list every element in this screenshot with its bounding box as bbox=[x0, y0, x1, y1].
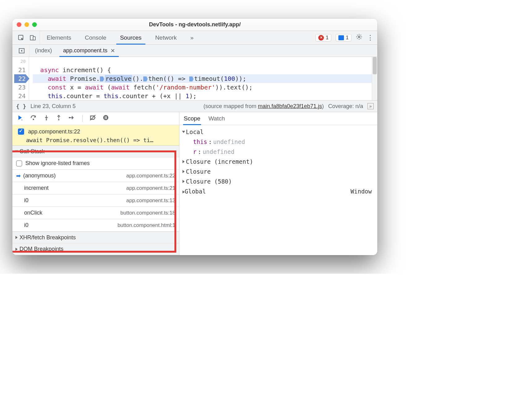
tab-scope[interactable]: Scope bbox=[184, 112, 200, 125]
error-count: 1 bbox=[326, 35, 328, 41]
checkbox-unchecked-icon[interactable] bbox=[16, 160, 22, 167]
pause-on-exceptions-button[interactable] bbox=[102, 114, 109, 123]
dom-breakpoints-header[interactable]: DOM Breakpoints bbox=[12, 243, 179, 255]
resume-button[interactable] bbox=[17, 114, 24, 123]
call-stack-frame[interactable]: ➡(anonymous)app.component.ts:22 bbox=[12, 170, 179, 182]
code-editor[interactable]: 20 21 22 23 24 async increment() { await… bbox=[12, 57, 377, 100]
svg-rect-11 bbox=[105, 116, 105, 119]
device-toolbar-icon[interactable] bbox=[28, 33, 37, 42]
scope-closure-increment[interactable]: Closure (increment) bbox=[182, 157, 373, 167]
source-map-info: (source mapped from main.fa8bfa0e23f1eb7… bbox=[204, 103, 324, 110]
tab-sources[interactable]: Sources bbox=[113, 31, 148, 44]
chevron-right-icon bbox=[15, 236, 18, 239]
chevron-down-icon bbox=[15, 150, 18, 153]
code-body: async increment() { await Promise.resolv… bbox=[29, 57, 377, 100]
call-stack-frame[interactable]: onClickbutton.component.ts:18 bbox=[12, 207, 179, 219]
close-window-button[interactable] bbox=[17, 22, 21, 27]
stack-frame-location: app.component.ts:21 bbox=[126, 185, 175, 191]
tab-elements[interactable]: Elements bbox=[40, 31, 78, 44]
traffic-lights bbox=[17, 22, 37, 27]
call-stack-header[interactable]: Call Stack bbox=[12, 146, 179, 157]
editor-scrollbar[interactable] bbox=[372, 57, 377, 100]
xhr-breakpoints-header[interactable]: XHR/fetch Breakpoints bbox=[12, 232, 179, 243]
file-tab-app-component[interactable]: app.component.ts ✕ bbox=[58, 45, 121, 57]
call-stack-frame[interactable]: i0app.component.ts:13 bbox=[12, 194, 179, 207]
code-line-22-paused: await Promise.resolve().then(() => timeo… bbox=[33, 74, 377, 83]
chevron-right-icon bbox=[182, 180, 185, 183]
file-tabs: (index) app.component.ts ✕ bbox=[12, 45, 377, 57]
scope-closure-580[interactable]: Closure (580) bbox=[182, 176, 373, 186]
devtools-window: DevTools - ng-devtools.netlify.app/ Elem… bbox=[12, 19, 377, 255]
stack-frame-name: onClick bbox=[24, 210, 42, 216]
svg-point-6 bbox=[46, 119, 47, 120]
step-into-button[interactable] bbox=[43, 114, 49, 123]
code-line-23: const x = await (await fetch('/random-nu… bbox=[33, 83, 377, 92]
tab-console[interactable]: Console bbox=[78, 31, 113, 44]
scope-var-this[interactable]: this: undefined bbox=[182, 137, 373, 147]
stack-frame-name: i0 bbox=[24, 197, 28, 204]
current-frame-arrow-icon: ➡ bbox=[16, 172, 21, 179]
scope-watch-tabs: Scope Watch bbox=[179, 112, 377, 125]
scope-local-header[interactable]: Local bbox=[182, 127, 373, 137]
chevron-right-icon bbox=[182, 190, 185, 193]
tab-network[interactable]: Network bbox=[148, 31, 184, 44]
error-count-badge[interactable]: 1 bbox=[315, 34, 331, 41]
svg-point-5 bbox=[33, 119, 34, 120]
scope-closure[interactable]: Closure bbox=[182, 167, 373, 176]
paused-location[interactable]: app.component.ts:22 bbox=[28, 128, 80, 135]
source-map-link[interactable]: main.fa8bfa0e23f1eb71.js bbox=[258, 103, 322, 109]
scope-global[interactable]: Global Window bbox=[182, 186, 373, 196]
kebab-menu-icon[interactable]: ⋮ bbox=[367, 34, 374, 42]
chevron-right-icon bbox=[15, 248, 18, 251]
file-tab-label: app.component.ts bbox=[63, 47, 107, 54]
chevron-right-icon bbox=[182, 160, 185, 163]
coverage-info: Coverage: n/a bbox=[328, 103, 363, 110]
zoom-window-button[interactable] bbox=[32, 22, 37, 27]
svg-rect-2 bbox=[33, 37, 35, 40]
stack-frame-name: i0 bbox=[24, 222, 28, 228]
deactivate-breakpoints-button[interactable] bbox=[89, 114, 96, 123]
collapse-sidebar-icon[interactable]: » bbox=[367, 103, 374, 109]
step-marker-icon bbox=[189, 76, 194, 81]
window-title: DevTools - ng-devtools.netlify.app/ bbox=[12, 21, 377, 28]
step-out-button[interactable] bbox=[56, 114, 62, 123]
scope-var-r[interactable]: r: undefined bbox=[182, 147, 373, 157]
call-stack-frame[interactable]: incrementapp.component.ts:21 bbox=[12, 182, 179, 194]
stack-frame-name: increment bbox=[24, 185, 49, 191]
main-tabs: Elements Console Sources Network » bbox=[40, 31, 312, 44]
debugger-left: app.component.ts:22 await Promise.resolv… bbox=[12, 112, 179, 255]
chevron-right-icon bbox=[182, 170, 185, 173]
step-button[interactable] bbox=[68, 114, 75, 123]
cursor-position: Line 23, Column 5 bbox=[31, 103, 76, 110]
messages-badge[interactable]: 1 bbox=[336, 34, 351, 41]
paused-snippet: await Promise.resolve().then(() => ti… bbox=[17, 136, 175, 143]
stack-frame-name: (anonymous) bbox=[23, 172, 56, 179]
svg-point-7 bbox=[58, 119, 59, 120]
step-over-button[interactable] bbox=[30, 114, 37, 123]
call-stack-frame[interactable]: i0button.component.html:1 bbox=[12, 219, 179, 232]
more-tabs-button[interactable]: » bbox=[183, 31, 200, 44]
svg-point-10 bbox=[103, 115, 109, 120]
close-tab-icon[interactable]: ✕ bbox=[110, 47, 115, 54]
inspect-element-icon[interactable] bbox=[17, 33, 25, 42]
pretty-print-button[interactable]: { } bbox=[16, 103, 26, 110]
editor-status-bar: { } Line 23, Column 5 (source mapped fro… bbox=[12, 100, 377, 112]
breakpoint-enabled-checkbox[interactable] bbox=[18, 128, 24, 135]
chevron-down-icon bbox=[182, 131, 185, 133]
minimize-window-button[interactable] bbox=[24, 22, 29, 27]
debugger-pane: app.component.ts:22 await Promise.resolv… bbox=[12, 112, 377, 255]
svg-point-8 bbox=[69, 117, 70, 119]
paused-info-panel: app.component.ts:22 await Promise.resolv… bbox=[12, 125, 179, 146]
step-marker-icon bbox=[143, 76, 148, 81]
file-tab-index[interactable]: (index) bbox=[29, 45, 58, 57]
svg-point-3 bbox=[358, 36, 360, 38]
show-ignored-frames-row[interactable]: Show ignore-listed frames bbox=[12, 157, 179, 170]
devtools-tabstrip: Elements Console Sources Network » 1 1 ⋮ bbox=[12, 31, 377, 45]
settings-gear-icon[interactable] bbox=[356, 33, 363, 42]
debugger-right: Scope Watch Local this: undefined r: und… bbox=[179, 112, 377, 255]
message-count: 1 bbox=[346, 35, 349, 41]
error-icon bbox=[318, 35, 324, 41]
tab-watch[interactable]: Watch bbox=[208, 112, 225, 125]
code-line-21: async increment() { bbox=[33, 66, 377, 74]
navigator-toggle-icon[interactable] bbox=[17, 46, 26, 55]
